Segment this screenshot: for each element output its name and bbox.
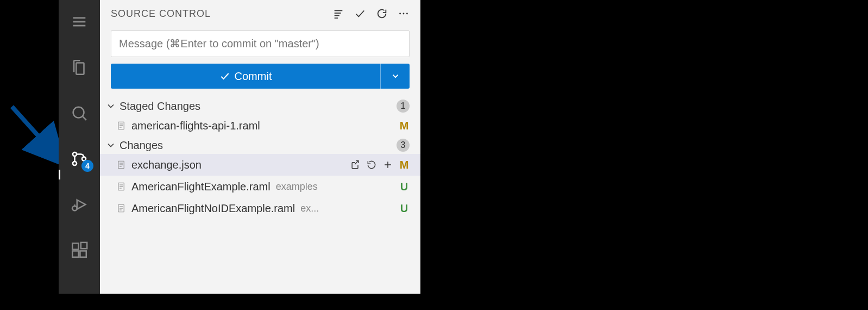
run-debug-icon[interactable]	[59, 189, 100, 220]
scm-badge: 4	[81, 160, 93, 172]
commit-message-input[interactable]	[119, 38, 401, 50]
svg-rect-15	[72, 243, 78, 249]
open-file-icon[interactable]	[350, 159, 361, 170]
more-actions-icon[interactable]	[398, 8, 410, 20]
svg-point-11	[72, 206, 77, 211]
section-label: Changes	[119, 139, 393, 152]
changes-count-badge: 3	[397, 139, 410, 152]
svg-point-8	[73, 162, 77, 165]
file-name: exchange.json	[131, 159, 202, 171]
svg-rect-18	[81, 243, 87, 249]
svg-rect-17	[80, 251, 86, 257]
source-control-panel: SOURCE CONTROL Co	[100, 0, 420, 294]
panel-header: SOURCE CONTROL	[100, 0, 420, 27]
file-row[interactable]: exchange.json M	[100, 154, 420, 176]
status-badge: M	[399, 120, 410, 132]
file-row[interactable]: AmericanFlightNoIDExample.raml ex... U	[100, 197, 420, 219]
view-as-tree-icon[interactable]	[332, 8, 344, 20]
commit-dropdown-button[interactable]	[380, 64, 410, 89]
file-row[interactable]: american-flights-api-1.raml M	[100, 115, 420, 137]
extensions-icon[interactable]	[59, 235, 100, 265]
file-name: american-flights-api-1.raml	[131, 120, 260, 132]
svg-point-24	[403, 13, 405, 15]
file-icon	[116, 182, 126, 191]
changes-section[interactable]: Changes 3	[100, 137, 420, 154]
status-badge: M	[399, 159, 410, 171]
svg-point-25	[406, 13, 408, 15]
svg-point-7	[73, 152, 77, 156]
source-control-icon[interactable]: 4	[59, 144, 100, 174]
svg-line-1	[12, 107, 61, 161]
activity-bar: 4	[59, 0, 100, 294]
row-actions	[350, 159, 393, 170]
section-label: Staged Changes	[119, 100, 393, 113]
status-badge: U	[399, 202, 410, 215]
status-badge: U	[399, 181, 410, 193]
file-name: AmericanFlightNoIDExample.raml	[131, 202, 295, 215]
chevron-down-icon	[105, 101, 116, 111]
file-path: ex...	[300, 203, 319, 214]
menu-icon[interactable]	[59, 7, 100, 37]
svg-point-5	[73, 107, 84, 118]
chevron-down-icon	[105, 140, 116, 151]
commit-check-icon[interactable]	[354, 8, 366, 20]
panel-title: SOURCE CONTROL	[111, 8, 327, 20]
commit-button[interactable]: Commit	[111, 64, 380, 89]
commit-button-row: Commit	[111, 64, 410, 89]
file-row[interactable]: AmericanFlightExample.raml examples U	[100, 176, 420, 197]
file-icon	[116, 121, 126, 131]
file-name: AmericanFlightExample.raml	[131, 181, 271, 193]
file-icon	[116, 203, 126, 213]
commit-message-box	[111, 30, 410, 57]
search-icon[interactable]	[59, 98, 100, 128]
svg-point-23	[399, 13, 401, 15]
svg-marker-10	[77, 200, 86, 209]
svg-rect-16	[72, 251, 78, 257]
staged-count-badge: 1	[397, 100, 410, 113]
refresh-icon[interactable]	[376, 8, 388, 20]
svg-line-6	[83, 116, 86, 120]
file-icon	[116, 160, 126, 170]
vscode-window: 4 SOURCE CONTROL	[59, 0, 420, 294]
file-path: examples	[276, 181, 318, 193]
staged-changes-section[interactable]: Staged Changes 1	[100, 97, 420, 115]
stage-icon[interactable]	[382, 159, 393, 170]
discard-icon[interactable]	[366, 159, 377, 170]
explorer-icon[interactable]	[59, 52, 100, 83]
commit-button-label: Commit	[235, 70, 272, 83]
